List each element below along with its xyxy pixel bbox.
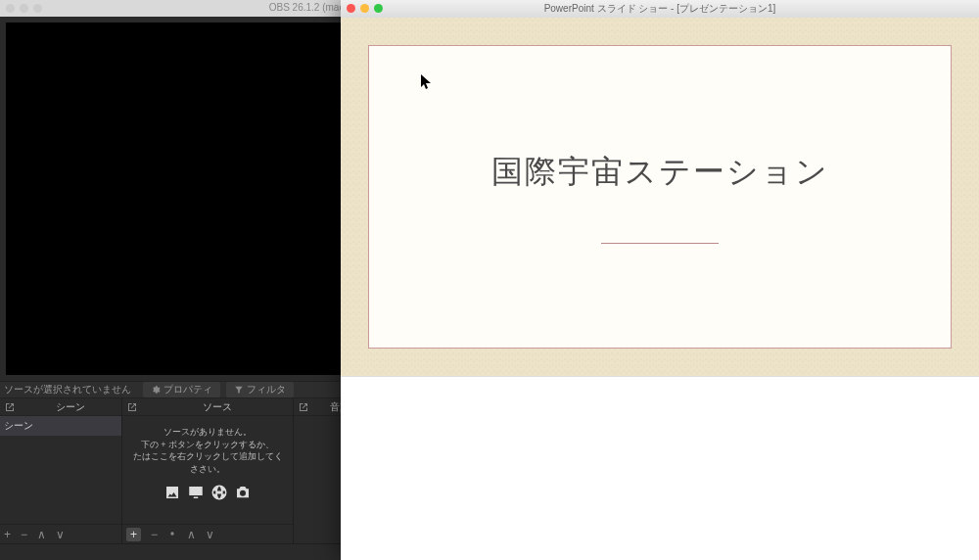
detach-icon[interactable] <box>126 401 138 413</box>
ppt-slide-show[interactable]: 国際宇宙ステーション <box>341 18 979 376</box>
image-icon <box>163 484 181 501</box>
properties-button[interactable]: プロパティ <box>143 382 220 397</box>
ppt-window-title: PowerPoint スライド ショー - [プレゼンテーション1] <box>544 2 776 16</box>
remove-source-button[interactable]: − <box>151 528 158 541</box>
sources-panel-footer: + − ∧ ∨ <box>122 524 293 543</box>
slide-content: 国際宇宙ステーション <box>368 45 952 349</box>
remove-scene-button[interactable]: − <box>21 528 27 541</box>
camera-icon <box>234 484 252 501</box>
source-settings-button[interactable] <box>167 528 177 541</box>
close-icon[interactable] <box>347 4 355 13</box>
scene-up-button[interactable]: ∧ <box>37 528 46 541</box>
scene-item[interactable]: シーン <box>0 416 121 436</box>
scenes-panel-header[interactable]: シーン <box>0 398 121 416</box>
source-down-button[interactable]: ∨ <box>206 528 214 541</box>
slide-divider <box>601 243 719 244</box>
sources-panel-header[interactable]: ソース <box>122 398 293 416</box>
detach-icon[interactable] <box>298 401 309 413</box>
powerpoint-window: PowerPoint スライド ショー - [プレゼンテーション1] 国際宇宙ス… <box>341 0 979 560</box>
sources-panel: ソース ソースがありません。 下の + ボタンをクリックするか、 たはここを右ク… <box>122 398 294 543</box>
filters-button[interactable]: フィルタ <box>226 382 294 397</box>
sources-empty-icons <box>128 484 287 501</box>
add-source-button[interactable]: + <box>126 528 141 541</box>
ppt-title-bar[interactable]: PowerPoint スライド ショー - [プレゼンテーション1] <box>341 0 979 18</box>
scene-down-button[interactable]: ∨ <box>56 528 65 541</box>
globe-icon <box>210 484 228 501</box>
sources-body[interactable]: ソースがありません。 下の + ボタンをクリックするか、 たはここを右クリックし… <box>122 416 293 524</box>
slide-title: 国際宇宙ステーション <box>491 151 829 194</box>
gear-icon <box>167 529 177 538</box>
minimize-icon[interactable] <box>20 4 28 13</box>
sources-empty-text: ソースがありません。 下の + ボタンをクリックするか、 たはここを右クリックし… <box>122 416 293 510</box>
cursor-icon <box>421 74 433 90</box>
scenes-panel-footer: + − ∧ ∨ <box>0 524 121 543</box>
ppt-lower-area <box>341 376 979 560</box>
filter-icon <box>234 385 244 395</box>
ppt-traffic-lights <box>347 4 383 13</box>
source-up-button[interactable]: ∧ <box>187 528 196 541</box>
no-source-label: ソースが選択されていません <box>4 383 131 397</box>
add-scene-button[interactable]: + <box>4 528 11 541</box>
scenes-panel: シーン シーン + − ∧ ∨ <box>0 398 122 543</box>
gear-icon <box>151 385 161 395</box>
close-icon[interactable] <box>6 4 15 13</box>
maximize-icon[interactable] <box>374 4 383 13</box>
minimize-icon[interactable] <box>360 4 369 13</box>
detach-icon[interactable] <box>4 401 16 413</box>
display-icon <box>187 484 205 501</box>
obs-traffic-lights <box>6 4 42 13</box>
maximize-icon[interactable] <box>33 4 42 13</box>
